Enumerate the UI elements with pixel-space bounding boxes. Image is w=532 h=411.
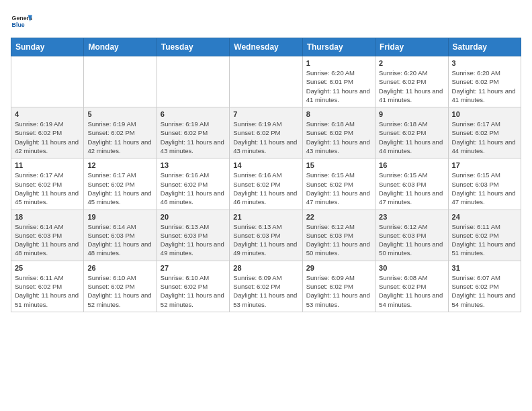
day-number: 14	[233, 161, 298, 169]
calendar-cell: 30Sunrise: 6:08 AM Sunset: 6:02 PM Dayli…	[375, 261, 448, 312]
calendar-cell: 16Sunrise: 6:15 AM Sunset: 6:03 PM Dayli…	[375, 158, 448, 210]
calendar-cell: 14Sunrise: 6:16 AM Sunset: 6:02 PM Dayli…	[230, 158, 302, 210]
day-number: 15	[306, 161, 371, 169]
calendar-cell: 19Sunrise: 6:14 AM Sunset: 6:03 PM Dayli…	[84, 210, 157, 261]
calendar-cell: 29Sunrise: 6:09 AM Sunset: 6:02 PM Dayli…	[302, 261, 375, 312]
day-info: Sunrise: 6:12 AM Sunset: 6:03 PM Dayligh…	[379, 222, 444, 258]
day-info: Sunrise: 6:15 AM Sunset: 6:03 PM Dayligh…	[379, 171, 444, 206]
weekday-header-wednesday: Wednesday	[230, 38, 302, 56]
calendar-cell: 1Sunrise: 6:20 AM Sunset: 6:01 PM Daylig…	[302, 56, 375, 107]
page-header: General Blue	[11, 11, 521, 32]
day-number: 17	[452, 161, 517, 169]
day-number: 28	[233, 264, 298, 272]
svg-text:Blue: Blue	[12, 21, 25, 28]
day-info: Sunrise: 6:11 AM Sunset: 6:02 PM Dayligh…	[452, 222, 517, 258]
day-info: Sunrise: 6:19 AM Sunset: 6:02 PM Dayligh…	[233, 120, 298, 155]
day-number: 16	[379, 161, 444, 169]
day-info: Sunrise: 6:11 AM Sunset: 6:02 PM Dayligh…	[15, 273, 80, 309]
calendar-cell: 11Sunrise: 6:17 AM Sunset: 6:02 PM Dayli…	[11, 158, 84, 210]
day-info: Sunrise: 6:19 AM Sunset: 6:02 PM Dayligh…	[87, 120, 152, 155]
day-info: Sunrise: 6:15 AM Sunset: 6:02 PM Dayligh…	[306, 171, 371, 206]
day-info: Sunrise: 6:13 AM Sunset: 6:03 PM Dayligh…	[233, 222, 298, 258]
calendar-cell	[11, 56, 84, 107]
day-number: 24	[452, 213, 517, 221]
day-number: 11	[15, 161, 80, 169]
day-info: Sunrise: 6:08 AM Sunset: 6:02 PM Dayligh…	[379, 273, 444, 309]
day-number: 27	[161, 264, 226, 272]
calendar-cell: 5Sunrise: 6:19 AM Sunset: 6:02 PM Daylig…	[84, 107, 157, 158]
day-info: Sunrise: 6:09 AM Sunset: 6:02 PM Dayligh…	[233, 273, 298, 309]
day-number: 31	[452, 264, 517, 272]
calendar-cell: 15Sunrise: 6:15 AM Sunset: 6:02 PM Dayli…	[302, 158, 375, 210]
calendar-table: SundayMondayTuesdayWednesdayThursdayFrid…	[11, 38, 521, 312]
calendar-cell: 28Sunrise: 6:09 AM Sunset: 6:02 PM Dayli…	[230, 261, 302, 312]
logo-icon: General Blue	[11, 11, 32, 32]
logo: General Blue	[11, 11, 32, 32]
calendar-cell: 23Sunrise: 6:12 AM Sunset: 6:03 PM Dayli…	[375, 210, 448, 261]
calendar-week-row: 1Sunrise: 6:20 AM Sunset: 6:01 PM Daylig…	[11, 56, 521, 107]
calendar-cell: 20Sunrise: 6:13 AM Sunset: 6:03 PM Dayli…	[157, 210, 229, 261]
calendar-week-row: 25Sunrise: 6:11 AM Sunset: 6:02 PM Dayli…	[11, 261, 521, 312]
day-info: Sunrise: 6:19 AM Sunset: 6:02 PM Dayligh…	[161, 120, 226, 155]
day-info: Sunrise: 6:10 AM Sunset: 6:02 PM Dayligh…	[161, 273, 226, 309]
day-info: Sunrise: 6:07 AM Sunset: 6:02 PM Dayligh…	[452, 273, 517, 309]
day-number: 21	[233, 213, 298, 221]
calendar-cell: 10Sunrise: 6:17 AM Sunset: 6:02 PM Dayli…	[448, 107, 521, 158]
day-number: 30	[379, 264, 444, 272]
calendar-week-row: 18Sunrise: 6:14 AM Sunset: 6:03 PM Dayli…	[11, 210, 521, 261]
day-info: Sunrise: 6:13 AM Sunset: 6:03 PM Dayligh…	[161, 222, 226, 258]
day-info: Sunrise: 6:18 AM Sunset: 6:02 PM Dayligh…	[379, 120, 444, 155]
day-info: Sunrise: 6:19 AM Sunset: 6:02 PM Dayligh…	[15, 120, 80, 155]
day-info: Sunrise: 6:16 AM Sunset: 6:02 PM Dayligh…	[233, 171, 298, 206]
calendar-cell	[84, 56, 157, 107]
calendar-week-row: 11Sunrise: 6:17 AM Sunset: 6:02 PM Dayli…	[11, 158, 521, 210]
calendar-cell: 3Sunrise: 6:20 AM Sunset: 6:02 PM Daylig…	[448, 56, 521, 107]
calendar-cell: 7Sunrise: 6:19 AM Sunset: 6:02 PM Daylig…	[230, 107, 302, 158]
calendar-cell: 22Sunrise: 6:12 AM Sunset: 6:03 PM Dayli…	[302, 210, 375, 261]
weekday-header-row: SundayMondayTuesdayWednesdayThursdayFrid…	[11, 38, 521, 56]
calendar-week-row: 4Sunrise: 6:19 AM Sunset: 6:02 PM Daylig…	[11, 107, 521, 158]
calendar-cell: 6Sunrise: 6:19 AM Sunset: 6:02 PM Daylig…	[157, 107, 229, 158]
calendar-cell: 4Sunrise: 6:19 AM Sunset: 6:02 PM Daylig…	[11, 107, 84, 158]
calendar-cell: 13Sunrise: 6:16 AM Sunset: 6:02 PM Dayli…	[157, 158, 229, 210]
calendar-cell: 12Sunrise: 6:17 AM Sunset: 6:02 PM Dayli…	[84, 158, 157, 210]
day-info: Sunrise: 6:18 AM Sunset: 6:02 PM Dayligh…	[306, 120, 371, 155]
day-info: Sunrise: 6:10 AM Sunset: 6:02 PM Dayligh…	[87, 273, 152, 309]
calendar-cell: 26Sunrise: 6:10 AM Sunset: 6:02 PM Dayli…	[84, 261, 157, 312]
day-info: Sunrise: 6:15 AM Sunset: 6:03 PM Dayligh…	[452, 171, 517, 206]
day-number: 5	[87, 110, 152, 118]
day-number: 18	[15, 213, 80, 221]
calendar-cell	[157, 56, 229, 107]
day-number: 3	[452, 59, 517, 67]
day-info: Sunrise: 6:17 AM Sunset: 6:02 PM Dayligh…	[87, 171, 152, 206]
calendar-cell	[230, 56, 302, 107]
day-number: 26	[87, 264, 152, 272]
day-number: 19	[87, 213, 152, 221]
calendar-cell: 8Sunrise: 6:18 AM Sunset: 6:02 PM Daylig…	[302, 107, 375, 158]
day-number: 6	[161, 110, 226, 118]
day-info: Sunrise: 6:12 AM Sunset: 6:03 PM Dayligh…	[306, 222, 371, 258]
calendar-cell: 27Sunrise: 6:10 AM Sunset: 6:02 PM Dayli…	[157, 261, 229, 312]
weekday-header-sunday: Sunday	[11, 38, 84, 56]
day-number: 13	[161, 161, 226, 169]
calendar-cell: 2Sunrise: 6:20 AM Sunset: 6:02 PM Daylig…	[375, 56, 448, 107]
calendar-cell: 18Sunrise: 6:14 AM Sunset: 6:03 PM Dayli…	[11, 210, 84, 261]
day-info: Sunrise: 6:20 AM Sunset: 6:01 PM Dayligh…	[306, 68, 371, 104]
weekday-header-thursday: Thursday	[302, 38, 375, 56]
day-info: Sunrise: 6:17 AM Sunset: 6:02 PM Dayligh…	[452, 120, 517, 155]
day-number: 25	[15, 264, 80, 272]
calendar-cell: 31Sunrise: 6:07 AM Sunset: 6:02 PM Dayli…	[448, 261, 521, 312]
day-info: Sunrise: 6:20 AM Sunset: 6:02 PM Dayligh…	[379, 68, 444, 104]
weekday-header-monday: Monday	[84, 38, 157, 56]
weekday-header-tuesday: Tuesday	[157, 38, 229, 56]
calendar-cell: 9Sunrise: 6:18 AM Sunset: 6:02 PM Daylig…	[375, 107, 448, 158]
day-info: Sunrise: 6:17 AM Sunset: 6:02 PM Dayligh…	[15, 171, 80, 206]
day-number: 10	[452, 110, 517, 118]
day-number: 4	[15, 110, 80, 118]
calendar-cell: 24Sunrise: 6:11 AM Sunset: 6:02 PM Dayli…	[448, 210, 521, 261]
day-number: 9	[379, 110, 444, 118]
day-number: 22	[306, 213, 371, 221]
calendar-cell: 21Sunrise: 6:13 AM Sunset: 6:03 PM Dayli…	[230, 210, 302, 261]
day-info: Sunrise: 6:16 AM Sunset: 6:02 PM Dayligh…	[161, 171, 226, 206]
weekday-header-friday: Friday	[375, 38, 448, 56]
